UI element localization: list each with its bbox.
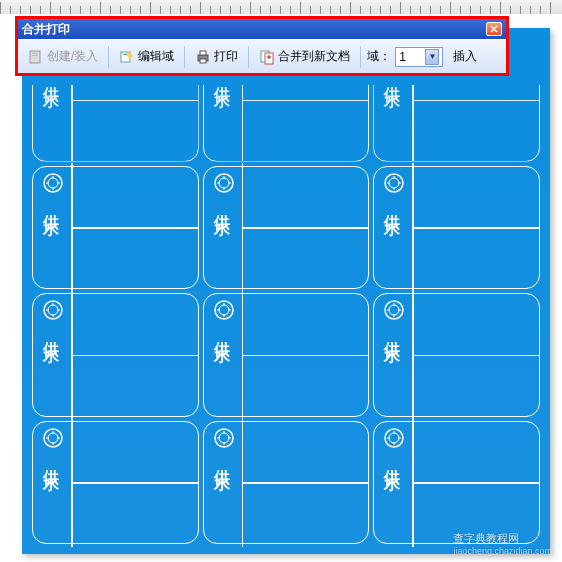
card: 供水	[32, 421, 199, 545]
svg-rect-31	[200, 59, 206, 63]
svg-rect-26	[32, 55, 38, 56]
merge-doc-icon	[259, 49, 275, 65]
window-title: 合并打印	[22, 21, 70, 38]
card-label: 供水	[386, 456, 402, 468]
svg-point-11	[389, 178, 399, 188]
print-label: 打印	[214, 48, 238, 65]
card: 供水	[203, 421, 370, 545]
edit-field-icon	[119, 49, 135, 65]
insert-button[interactable]: 插入	[447, 46, 483, 67]
logo-icon	[384, 428, 404, 448]
separator	[360, 46, 361, 68]
merge-new-doc-button[interactable]: 合并到新文档	[255, 46, 354, 67]
field-value: 1	[399, 50, 406, 64]
document-icon	[28, 49, 44, 65]
watermark-sub: jiaocheng.chazidian.com	[453, 546, 552, 556]
card-divider	[243, 482, 369, 484]
logo-icon	[43, 428, 63, 448]
svg-point-15	[219, 305, 229, 315]
svg-point-9	[219, 178, 229, 188]
card-divider	[72, 227, 198, 229]
card-divider	[413, 100, 539, 102]
printer-icon	[195, 49, 211, 65]
insert-label: 插入	[453, 49, 477, 63]
merge-print-panel: 合并打印 创建/装入 编辑域 打印 合并到新文档 域： 1 ▼	[15, 16, 509, 76]
titlebar[interactable]: 合并打印	[18, 19, 506, 39]
svg-point-17	[389, 305, 399, 315]
chevron-down-icon: ▼	[425, 49, 439, 65]
logo-icon	[43, 300, 63, 320]
ruler-horizontal	[0, 0, 562, 14]
field-select[interactable]: 1 ▼	[395, 47, 443, 67]
card-label: 供水	[45, 456, 61, 468]
logo-icon	[384, 173, 404, 193]
close-button[interactable]	[486, 22, 502, 36]
merge-new-doc-label: 合并到新文档	[278, 48, 350, 65]
create-load-button[interactable]: 创建/装入	[24, 46, 102, 67]
document-canvas: 供水供水供水供水供水供水供水供水供水供水供水供水	[22, 28, 550, 554]
card-label: 供水	[216, 328, 232, 340]
card-divider	[72, 355, 198, 357]
card-label: 供水	[45, 201, 61, 213]
svg-rect-28	[123, 54, 127, 55]
logo-icon	[214, 173, 234, 193]
card-divider	[72, 100, 198, 102]
card-divider	[413, 355, 539, 357]
card: 供水	[203, 166, 370, 290]
watermark-main: 查字典教程网	[453, 532, 519, 544]
separator	[248, 46, 249, 68]
toolbar: 创建/装入 编辑域 打印 合并到新文档 域： 1 ▼ 插入	[18, 39, 506, 73]
card: 供水	[203, 293, 370, 417]
print-button[interactable]: 打印	[191, 46, 242, 67]
card-grid: 供水供水供水供水供水供水供水供水供水供水供水供水	[22, 28, 550, 554]
logo-icon	[384, 300, 404, 320]
card: 供水	[373, 293, 540, 417]
card-divider	[72, 482, 198, 484]
card-divider	[413, 227, 539, 229]
separator	[108, 46, 109, 68]
card-label: 供水	[216, 201, 232, 213]
svg-point-23	[389, 433, 399, 443]
close-icon	[490, 25, 498, 33]
card: 供水	[32, 166, 199, 290]
edit-field-label: 编辑域	[138, 48, 174, 65]
card-label: 供水	[386, 328, 402, 340]
card: 供水	[373, 421, 540, 545]
svg-rect-25	[32, 53, 38, 54]
card-divider	[413, 482, 539, 484]
edit-field-button[interactable]: 编辑域	[115, 46, 178, 67]
logo-icon	[214, 428, 234, 448]
svg-rect-30	[200, 51, 206, 55]
svg-point-7	[48, 178, 58, 188]
svg-point-19	[48, 433, 58, 443]
card-divider	[243, 100, 369, 102]
card-divider	[243, 355, 369, 357]
card-label: 供水	[45, 328, 61, 340]
create-load-label: 创建/装入	[47, 48, 98, 65]
card: 供水	[32, 293, 199, 417]
card: 供水	[373, 166, 540, 290]
card-divider	[243, 227, 369, 229]
card-label: 供水	[216, 456, 232, 468]
logo-icon	[43, 173, 63, 193]
logo-icon	[214, 300, 234, 320]
svg-point-13	[48, 305, 58, 315]
separator	[184, 46, 185, 68]
field-label: 域：	[367, 48, 391, 65]
card-label: 供水	[386, 201, 402, 213]
svg-rect-24	[30, 51, 40, 63]
svg-point-21	[219, 433, 229, 443]
watermark: 查字典教程网 jiaocheng.chazidian.com	[453, 531, 552, 556]
